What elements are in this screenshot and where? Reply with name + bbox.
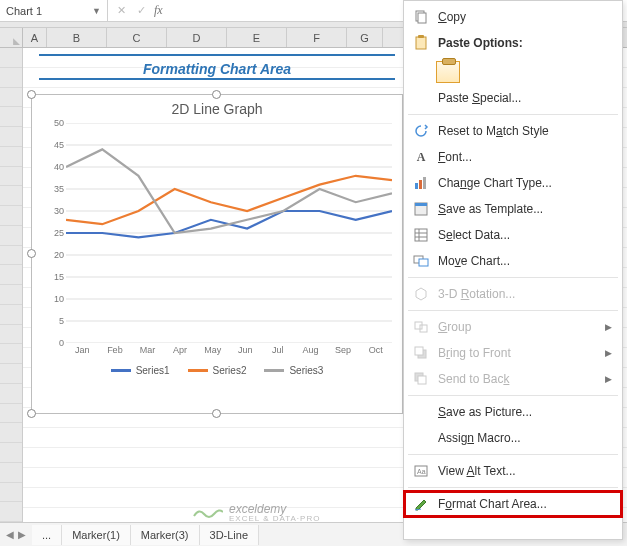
row-head[interactable]: [0, 483, 22, 503]
resize-handle-icon[interactable]: [27, 249, 36, 258]
menu-label: Select Data...Select Data...: [438, 228, 612, 242]
legend-item[interactable]: Series3: [264, 365, 323, 376]
select-data-icon: [412, 227, 430, 243]
menu-label: Bring to FrontBring to Front: [438, 346, 597, 360]
svg-rect-12: [418, 13, 426, 23]
menu-send-to-back: Send to BackSend to Back ▶: [404, 366, 622, 392]
font-icon: A: [412, 149, 430, 165]
row-head[interactable]: [0, 384, 22, 404]
menu-save-template[interactable]: Save as Template...Save as Template...: [404, 196, 622, 222]
menu-assign-macro[interactable]: Assign Macro...Assign Macro...: [404, 425, 622, 451]
menu-separator: [408, 114, 618, 115]
row-head[interactable]: [0, 305, 22, 325]
menu-reset-match-style[interactable]: Reset to Match StyleReset to Match Style: [404, 118, 622, 144]
row-head[interactable]: [0, 68, 22, 88]
menu-save-as-picture[interactable]: Save as Picture...Save as Picture...: [404, 399, 622, 425]
row-head[interactable]: [0, 463, 22, 483]
name-box[interactable]: Chart 1 ▼: [0, 0, 108, 21]
col-head[interactable]: C: [107, 28, 167, 47]
row-head[interactable]: [0, 206, 22, 226]
col-head[interactable]: G: [347, 28, 383, 47]
menu-move-chart[interactable]: Move Chart...Move Chart...: [404, 248, 622, 274]
row-head[interactable]: [0, 502, 22, 522]
paste-option-button[interactable]: [404, 56, 622, 85]
context-menu: CCopyopy Paste Options: Paste Special...…: [403, 0, 623, 540]
menu-label: Save as Template...Save as Template...: [438, 202, 612, 216]
sheet-tab[interactable]: Marker(1): [62, 525, 131, 545]
row-head[interactable]: [0, 285, 22, 305]
row-head[interactable]: [0, 246, 22, 266]
legend-swatch-icon: [188, 369, 208, 372]
bring-front-icon: [412, 345, 430, 361]
menu-label: Assign Macro...Assign Macro...: [438, 431, 612, 445]
row-head[interactable]: [0, 404, 22, 424]
row-head[interactable]: [0, 226, 22, 246]
row-head[interactable]: [0, 344, 22, 364]
sheet-tab[interactable]: Marker(3): [131, 525, 200, 545]
row-head[interactable]: [0, 186, 22, 206]
menu-paste-options-header: Paste Options:: [404, 30, 622, 56]
menu-change-chart-type[interactable]: Change Chart Type...Change Chart Type...: [404, 170, 622, 196]
sheet-tab[interactable]: 3D-Line: [200, 525, 260, 545]
col-head[interactable]: D: [167, 28, 227, 47]
name-box-value: Chart 1: [6, 5, 42, 17]
chart-plot-area[interactable]: 05101520253035404550: [66, 123, 392, 343]
chevron-down-icon[interactable]: ▼: [92, 6, 101, 16]
resize-handle-icon[interactable]: [27, 409, 36, 418]
x-tick: Jul: [262, 345, 295, 355]
tab-next-icon: ▶: [18, 529, 26, 540]
menu-view-alt-text[interactable]: Aa View Alt Text...View Alt Text...: [404, 458, 622, 484]
chevron-right-icon: ▶: [605, 322, 612, 332]
x-tick: Jan: [66, 345, 99, 355]
row-head[interactable]: [0, 423, 22, 443]
menu-separator: [408, 310, 618, 311]
watermark: exceldemy EXCEL & DATA·PRO: [193, 502, 320, 523]
menu-label: Send to BackSend to Back: [438, 372, 597, 386]
col-head[interactable]: A: [23, 28, 47, 47]
chart-legend[interactable]: Series1Series2Series3: [32, 365, 402, 376]
menu-separator: [408, 277, 618, 278]
svg-rect-14: [418, 35, 424, 38]
row-head[interactable]: [0, 107, 22, 127]
svg-rect-19: [415, 203, 427, 206]
clipboard-icon[interactable]: [436, 61, 460, 83]
menu-copy[interactable]: CCopyopy: [404, 4, 622, 30]
tab-nav[interactable]: ◀▶: [0, 529, 32, 540]
row-head[interactable]: [0, 147, 22, 167]
row-head[interactable]: [0, 325, 22, 345]
legend-item[interactable]: Series2: [188, 365, 247, 376]
resize-handle-icon[interactable]: [212, 409, 221, 418]
col-head[interactable]: B: [47, 28, 107, 47]
menu-font[interactable]: A Font...Font...: [404, 144, 622, 170]
menu-separator: [408, 395, 618, 396]
col-head[interactable]: E: [227, 28, 287, 47]
x-tick: Feb: [99, 345, 132, 355]
legend-label: Series3: [289, 365, 323, 376]
x-tick: Oct: [359, 345, 392, 355]
fx-label[interactable]: fx: [154, 3, 163, 18]
chart-object[interactable]: 2D Line Graph 05101520253035404550 JanFe…: [31, 94, 403, 414]
row-head[interactable]: [0, 167, 22, 187]
row-head[interactable]: [0, 364, 22, 384]
menu-label: Move Chart...Move Chart...: [438, 254, 612, 268]
row-head[interactable]: [0, 88, 22, 108]
menu-select-data[interactable]: Select Data...Select Data...: [404, 222, 622, 248]
row-head[interactable]: [0, 265, 22, 285]
resize-handle-icon[interactable]: [212, 90, 221, 99]
wave-icon: [193, 506, 223, 520]
legend-item[interactable]: Series1: [111, 365, 170, 376]
sheet-tab[interactable]: ...: [32, 525, 62, 545]
menu-label: Font...Font...: [438, 150, 612, 164]
menu-format-chart-area[interactable]: Format Chart Area...Format Chart Area...: [404, 491, 622, 517]
select-all-triangle[interactable]: [0, 28, 23, 47]
resize-handle-icon[interactable]: [27, 90, 36, 99]
col-head[interactable]: F: [287, 28, 347, 47]
svg-rect-31: [418, 376, 426, 384]
menu-paste-special[interactable]: Paste Special...Paste Special...: [404, 85, 622, 111]
row-head[interactable]: [0, 48, 22, 68]
row-headers: [0, 48, 23, 522]
x-tick: Apr: [164, 345, 197, 355]
menu-bring-to-front: Bring to FrontBring to Front ▶: [404, 340, 622, 366]
row-head[interactable]: [0, 127, 22, 147]
row-head[interactable]: [0, 443, 22, 463]
